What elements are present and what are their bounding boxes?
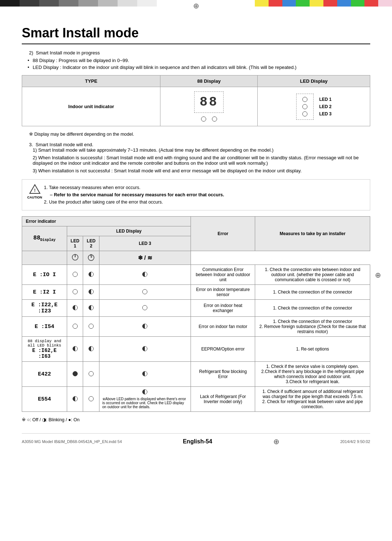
led-labels: LED 1 LED 2 LED 3 bbox=[319, 97, 332, 116]
svg-point-5 bbox=[90, 254, 92, 256]
step3-1: 1) Smart Install mode will take approxim… bbox=[33, 147, 370, 153]
led-blink bbox=[89, 305, 94, 310]
step3-2: 2) When Installation is successful : Sma… bbox=[33, 155, 370, 166]
page-footer: A3050 MG Model IB&IM_DB68-04542A_HP_EN.i… bbox=[22, 433, 370, 446]
icon-row-display bbox=[22, 251, 67, 265]
wifi-slash-icon: ❄ / ≋ bbox=[138, 255, 152, 261]
footer-left: A3050 MG Model IB&IM_DB68-04542A_HP_EN.i… bbox=[22, 439, 122, 444]
led-display-cell: LED 1 LED 2 LED 3 bbox=[258, 87, 370, 126]
step2-header: 2) Smart Install mode in progress bbox=[29, 50, 370, 56]
led-blink bbox=[142, 371, 147, 376]
led2-cell bbox=[83, 317, 99, 337]
display-88-header: 88Display bbox=[22, 226, 67, 251]
error-display-cell: 88 display and all LED blinksE :I62,E :I… bbox=[22, 337, 67, 362]
col-error-header: Error bbox=[191, 217, 255, 251]
led-blink bbox=[142, 389, 147, 394]
footer-right: 2014/4/2 9:50:02 bbox=[340, 439, 370, 444]
led-display-subheader: LED Display bbox=[67, 226, 191, 236]
led3-cell: ※Above LED pattern is displayed when the… bbox=[99, 387, 191, 412]
error-measures: 1. Check the connection wire between ind… bbox=[255, 265, 370, 285]
color-bar-left bbox=[0, 0, 157, 7]
error-display-cell: E554 bbox=[22, 387, 67, 412]
caution-line2-bold: Refer to the service manual for necessar… bbox=[54, 192, 224, 197]
led2-cell bbox=[83, 285, 99, 300]
caution-line3: 2. Use the product after taking care of … bbox=[44, 198, 364, 206]
led1-cell bbox=[67, 285, 83, 300]
led2-cell bbox=[83, 387, 99, 412]
col-led2: LED 2 bbox=[83, 236, 99, 251]
step2-text: Smart Install mode in progress bbox=[36, 50, 100, 56]
svg-text:!: ! bbox=[34, 188, 36, 193]
caution-label: CAUTION bbox=[27, 195, 42, 200]
led2-cell bbox=[83, 300, 99, 317]
icon-power bbox=[67, 251, 83, 265]
led-blink bbox=[89, 289, 94, 294]
error-display-cell: E :I2 I bbox=[22, 285, 67, 300]
led-off bbox=[73, 272, 78, 277]
led-blink bbox=[142, 346, 147, 351]
led-blink bbox=[73, 346, 78, 351]
error-display-cell: E422 bbox=[22, 362, 67, 387]
led-on bbox=[73, 371, 78, 376]
step3-section: 3. Smart Install mode will end. 1) Smart… bbox=[22, 142, 370, 173]
error-measures: 1. Re-set options bbox=[255, 337, 370, 362]
caution-line2: ‒ Refer to the service manual for necess… bbox=[50, 191, 364, 198]
step2-label: 2) bbox=[29, 50, 33, 56]
step3-label: 3. bbox=[29, 142, 33, 147]
col-led-display: LED Display bbox=[258, 75, 370, 87]
col-led1: LED 1 bbox=[67, 236, 83, 251]
page-title: Smart Install mode bbox=[22, 25, 370, 44]
led2-cell bbox=[83, 362, 99, 387]
step3-3-text: When installation is not successful : Sm… bbox=[38, 168, 302, 173]
color-bar-right bbox=[255, 0, 392, 7]
step3-header: 3. Smart Install mode will end. bbox=[29, 142, 370, 147]
seg-88: 88 bbox=[200, 95, 218, 110]
led1-cell bbox=[67, 265, 83, 285]
display-88-box: 88 bbox=[194, 91, 224, 113]
led1-circle bbox=[302, 97, 307, 102]
icon-wifi-mode: ❄ / ≋ bbox=[99, 251, 191, 265]
circle-left bbox=[201, 116, 206, 122]
led-off bbox=[142, 289, 147, 294]
led1-cell bbox=[67, 337, 83, 362]
col-type: TYPE bbox=[22, 75, 160, 87]
led3-cell bbox=[99, 317, 191, 337]
crosshair-top-icon: ⊕ bbox=[193, 1, 199, 10]
icon-timer bbox=[83, 251, 99, 265]
error-measures: 1. Check the connection of the connector bbox=[255, 285, 370, 300]
caution-box: ! CAUTION 1. Take necessary measures whe… bbox=[22, 179, 370, 210]
led1-cell bbox=[67, 362, 83, 387]
led-blink bbox=[142, 272, 147, 277]
led-off bbox=[73, 324, 78, 329]
col-88display: 88 Display bbox=[160, 75, 258, 87]
led2-cell bbox=[83, 337, 99, 362]
error-description: Lack of Refrigerant (For Inverter model … bbox=[191, 387, 255, 412]
footnote-display: Display may be different depending on th… bbox=[29, 131, 370, 137]
error-measures: 1. Check if sufficient amount of additio… bbox=[255, 387, 370, 412]
led-circles-box bbox=[296, 94, 314, 120]
led-off bbox=[89, 371, 94, 376]
led-blink bbox=[89, 272, 94, 277]
led-off bbox=[142, 305, 147, 310]
led-blink bbox=[89, 346, 94, 351]
led2-label: LED 2 bbox=[319, 104, 332, 109]
led1-cell bbox=[67, 387, 83, 412]
error-description: Error on indoor heat exchanger bbox=[191, 300, 255, 317]
led3-circle bbox=[302, 111, 307, 116]
led2-circle bbox=[302, 104, 307, 109]
power-icon bbox=[71, 253, 79, 261]
led-blink bbox=[142, 324, 147, 329]
bullet2: LED Display : Indicator on the indoor un… bbox=[33, 65, 370, 70]
circle-right bbox=[212, 116, 217, 122]
step3-2-text: When Installation is successful : Smart … bbox=[33, 155, 359, 166]
error-measures: 1. Check the connection of the connector bbox=[255, 300, 370, 317]
timer-icon bbox=[87, 253, 95, 261]
col-led3: LED 3 bbox=[99, 236, 191, 251]
bullet1: 88 Display : Progress will be diplayed i… bbox=[33, 58, 370, 63]
led-blink bbox=[73, 305, 78, 310]
led1-cell bbox=[67, 317, 83, 337]
step3-1-text: Smart Install mode will take approximate… bbox=[38, 147, 273, 153]
error-description: Error on indoor temperature sensor bbox=[191, 285, 255, 300]
circles-row bbox=[165, 116, 253, 122]
crosshair-bottom-icon: ⊕ bbox=[273, 437, 279, 446]
